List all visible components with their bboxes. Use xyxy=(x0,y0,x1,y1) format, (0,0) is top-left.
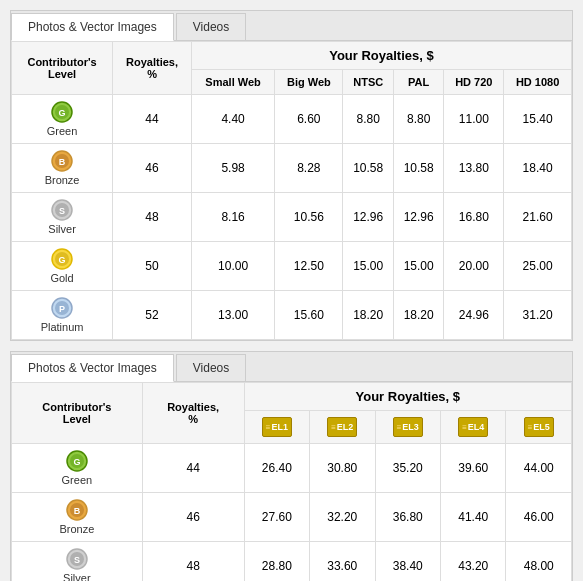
table-row: G Gold 50 10.00 12.50 15.00 15.00 20.00 … xyxy=(12,242,572,291)
ntsc-cell: 8.80 xyxy=(343,95,393,144)
hd720-cell: 13.80 xyxy=(444,144,504,193)
level-label: Platinum xyxy=(41,321,84,333)
big-web-cell: 6.60 xyxy=(275,95,343,144)
green-badge-icon: G xyxy=(66,450,88,472)
el-prefix-icon: ≡ xyxy=(462,423,467,432)
pal-cell: 8.80 xyxy=(393,95,443,144)
level-label: Bronze xyxy=(45,174,80,186)
col-header-contributor-2: Contributor'sLevel xyxy=(12,383,143,444)
level-label: Green xyxy=(47,125,78,137)
el-label: EL3 xyxy=(402,422,419,432)
big-web-cell: 10.56 xyxy=(275,193,343,242)
pal-cell: 10.58 xyxy=(393,144,443,193)
small-web-cell: 5.98 xyxy=(191,144,274,193)
col-header-small-web: Small Web xyxy=(191,70,274,95)
el-prefix-icon: ≡ xyxy=(528,423,533,432)
el-prefix-icon: ≡ xyxy=(331,423,336,432)
el-label: EL5 xyxy=(533,422,550,432)
col-header-hd1080: HD 1080 xyxy=(504,70,572,95)
level-cell-silver-2: S Silver xyxy=(12,542,143,582)
el3-cell: 38.40 xyxy=(375,542,440,582)
svg-text:P: P xyxy=(59,304,65,314)
big-web-cell: 8.28 xyxy=(275,144,343,193)
big-web-cell: 12.50 xyxy=(275,242,343,291)
col-header-your-royalties-2: Your Royalties, $ xyxy=(244,383,571,411)
level-label: Green xyxy=(62,474,93,486)
section-photos-videos-2: Photos & Vector Images Videos Contributo… xyxy=(10,351,573,581)
tab-videos-2[interactable]: Videos xyxy=(176,354,246,381)
col-header-ntsc: NTSC xyxy=(343,70,393,95)
col-header-el5: ≡ EL5 xyxy=(506,411,572,444)
pct-cell: 44 xyxy=(113,95,192,144)
green-badge-icon: G xyxy=(51,101,73,123)
el5-cell: 44.00 xyxy=(506,444,572,493)
el3-cell: 35.20 xyxy=(375,444,440,493)
el5-cell: 46.00 xyxy=(506,493,572,542)
pal-cell: 18.20 xyxy=(393,291,443,340)
col-header-royalties-pct-1: Royalties,% xyxy=(113,42,192,95)
col-header-your-royalties-1: Your Royalties, $ xyxy=(191,42,571,70)
big-web-cell: 15.60 xyxy=(275,291,343,340)
el2-cell: 32.20 xyxy=(310,493,375,542)
ntsc-cell: 18.20 xyxy=(343,291,393,340)
bronze-badge-icon: B xyxy=(66,499,88,521)
hd720-cell: 16.80 xyxy=(444,193,504,242)
tab-photos-vectors-2[interactable]: Photos & Vector Images xyxy=(11,354,174,382)
table-row: B Bronze 46 27.60 32.20 36.80 41.40 46.0… xyxy=(12,493,572,542)
col-header-el3: ≡ EL3 xyxy=(375,411,440,444)
hd720-cell: 24.96 xyxy=(444,291,504,340)
el1-cell: 27.60 xyxy=(244,493,309,542)
table-row: S Silver 48 28.80 33.60 38.40 43.20 48.0… xyxy=(12,542,572,582)
pal-cell: 15.00 xyxy=(393,242,443,291)
svg-text:S: S xyxy=(59,206,65,216)
level-label: Silver xyxy=(63,572,91,581)
hd1080-cell: 25.00 xyxy=(504,242,572,291)
el1-cell: 26.40 xyxy=(244,444,309,493)
tab-bar-1: Photos & Vector Images Videos xyxy=(11,11,572,41)
el5-cell: 48.00 xyxy=(506,542,572,582)
tab-photos-vectors-1[interactable]: Photos & Vector Images xyxy=(11,13,174,41)
level-cell-green-2: G Green xyxy=(12,444,143,493)
pct-cell: 48 xyxy=(113,193,192,242)
royalties-table-1: Contributor'sLevel Royalties,% Your Roya… xyxy=(11,41,572,340)
small-web-cell: 8.16 xyxy=(191,193,274,242)
el3-cell: 36.80 xyxy=(375,493,440,542)
level-cell-bronze: B Bronze xyxy=(12,144,113,193)
pal-cell: 12.96 xyxy=(393,193,443,242)
hd1080-cell: 31.20 xyxy=(504,291,572,340)
pct-cell: 46 xyxy=(113,144,192,193)
col-header-hd720: HD 720 xyxy=(444,70,504,95)
level-cell-bronze-2: B Bronze xyxy=(12,493,143,542)
level-label: Silver xyxy=(48,223,76,235)
hd1080-cell: 18.40 xyxy=(504,144,572,193)
el4-cell: 39.60 xyxy=(440,444,505,493)
col-header-contributor-1: Contributor'sLevel xyxy=(12,42,113,95)
silver-badge-icon: S xyxy=(66,548,88,570)
ntsc-cell: 10.58 xyxy=(343,144,393,193)
tab-videos-1[interactable]: Videos xyxy=(176,13,246,40)
svg-text:G: G xyxy=(73,457,80,467)
hd720-cell: 11.00 xyxy=(444,95,504,144)
section-photos-videos-1: Photos & Vector Images Videos Contributo… xyxy=(10,10,573,341)
level-label: Gold xyxy=(50,272,73,284)
platinum-badge-icon: P xyxy=(51,297,73,319)
svg-text:G: G xyxy=(59,255,66,265)
el-label: EL2 xyxy=(337,422,354,432)
col-header-el1: ≡ EL1 xyxy=(244,411,309,444)
level-label: Bronze xyxy=(59,523,94,535)
table-row: P Platinum 52 13.00 15.60 18.20 18.20 24… xyxy=(12,291,572,340)
el-prefix-icon: ≡ xyxy=(397,423,402,432)
col-header-el2: ≡ EL2 xyxy=(310,411,375,444)
table-row: B Bronze 46 5.98 8.28 10.58 10.58 13.80 … xyxy=(12,144,572,193)
table-row: S Silver 48 8.16 10.56 12.96 12.96 16.80… xyxy=(12,193,572,242)
tab-bar-2: Photos & Vector Images Videos xyxy=(11,352,572,382)
el2-cell: 33.60 xyxy=(310,542,375,582)
royalties-table-2: Contributor'sLevel Royalties,% Your Roya… xyxy=(11,382,572,581)
pct-cell: 50 xyxy=(113,242,192,291)
bronze-badge-icon: B xyxy=(51,150,73,172)
pct-cell-2: 46 xyxy=(142,493,244,542)
silver-badge-icon: S xyxy=(51,199,73,221)
el2-cell: 30.80 xyxy=(310,444,375,493)
el1-cell: 28.80 xyxy=(244,542,309,582)
ntsc-cell: 12.96 xyxy=(343,193,393,242)
